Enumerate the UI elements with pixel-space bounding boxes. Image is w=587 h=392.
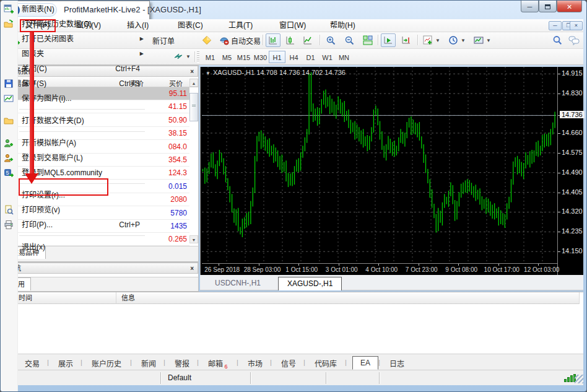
timeframe-M5-button[interactable]: M5	[219, 51, 235, 63]
file-menu-item-打开数据文件夹D[interactable]: 打开数据文件夹(D)	[1, 113, 149, 128]
metaeditor-button[interactable]	[199, 33, 214, 47]
chart-type-line-chart-type-button[interactable]	[300, 33, 315, 47]
menu-item-label: 保存(S)	[22, 76, 46, 91]
terminal-tab-展示[interactable]: 展示	[54, 357, 77, 370]
restore-button[interactable]	[539, 1, 557, 12]
chart-plot-area[interactable]	[202, 67, 556, 263]
file-menu-item-保存为图片i[interactable]: 保存为图片(i)...	[1, 91, 149, 106]
timeframe-M30-button[interactable]: M30	[252, 51, 269, 63]
time-label: 4 Oct 10:00	[365, 266, 398, 273]
toolbar-grip	[197, 51, 199, 63]
file-menu-item-开新模拟帐户A[interactable]: 开新模拟帐户(A)	[1, 136, 149, 150]
templates-button[interactable]: ▼	[471, 33, 494, 47]
chevron-down-icon[interactable]: ▼	[461, 38, 466, 43]
chart-price-axis[interactable]: 14.91514.83014.73614.66014.57514.49014.4…	[557, 67, 583, 275]
chevron-down-icon[interactable]: ▼	[186, 54, 191, 59]
chart-canvas	[202, 67, 556, 263]
periods-button[interactable]: ▼	[446, 33, 468, 47]
chart-tab-XAGUSDH1[interactable]: XAGUSD-,H1	[278, 277, 342, 290]
indicators-add-button[interactable]: ▼	[420, 33, 443, 47]
scroll-up-button[interactable]: ▲	[189, 79, 198, 87]
time-label: 9 Oct 08:00	[445, 266, 477, 273]
chevron-down-icon[interactable]: ▼	[435, 38, 440, 43]
timeframe-MN-button[interactable]: MN	[336, 51, 352, 63]
terminal-tab-邮箱[interactable]: 邮箱 6	[204, 357, 232, 371]
file-menu-item-打印预览v[interactable]: 打印预览(v)	[1, 203, 149, 217]
terminal-tab-EA[interactable]: EA	[352, 356, 378, 370]
terminal-tab-日志[interactable]: 日志	[386, 357, 408, 370]
status-separator	[250, 372, 251, 384]
file-menu-item-登录到交易账户L[interactable]: 登录到交易账户(L)	[1, 150, 149, 165]
terminal-tab-交易[interactable]: 交易	[21, 357, 43, 370]
file-menu-item-打印P[interactable]: 打印(P)...Ctrl+P	[1, 217, 149, 232]
terminal-tab-信号[interactable]: 信号	[277, 357, 300, 370]
market-watch-close-icon[interactable]: ×	[190, 69, 194, 75]
chart-collapse-icon[interactable]: ▼	[206, 71, 211, 76]
tile-windows-button[interactable]	[360, 33, 375, 47]
status-separator	[379, 372, 380, 384]
chart-tab-USDCNHH1[interactable]: USDCNH-,H1	[206, 277, 269, 290]
menubar-item-帮助[interactable]: 帮助(H)	[324, 19, 361, 32]
chart-time-axis[interactable]: 26 Sep 201828 Sep 03:001 Oct 15:003 Oct …	[202, 263, 557, 275]
autotrading-button[interactable]: 自动交易	[217, 33, 263, 47]
mdi-minimize-button[interactable]: ─	[549, 21, 562, 30]
bid-price: 1435	[170, 222, 187, 230]
chevron-down-icon[interactable]: ▼	[486, 38, 491, 43]
file-menu-item-图表夹[interactable]: 图表夹▶	[1, 46, 149, 61]
terminal-column-0[interactable]: 时间	[14, 292, 116, 304]
bid-price: 0.265	[168, 235, 187, 243]
zoom-out-button[interactable]	[342, 33, 357, 47]
navigator-header[interactable]: 导航 ×	[3, 263, 198, 274]
bid-price: 41.15	[168, 102, 187, 111]
zoom-in-button[interactable]	[323, 33, 338, 47]
minimize-button[interactable]: ─	[521, 1, 539, 12]
timeframe-H1-button[interactable]: H1	[269, 51, 285, 63]
file-menu-item-保存S[interactable]: 保存(S)Ctrl+S	[1, 76, 149, 91]
file-menu-item-关闭C[interactable]: 关闭(C)Ctrl+F4	[1, 61, 149, 76]
timeframe-H4-button[interactable]: H4	[285, 51, 302, 63]
price-label-current: 14.736	[560, 111, 585, 118]
column-header-2[interactable]: 买价	[169, 78, 183, 88]
file-menu-item-打开已关闭图表[interactable]: 打开已关闭图表▶	[1, 32, 149, 46]
terminal-tab-警报[interactable]: 警报	[171, 357, 193, 370]
mdi-close-button[interactable]: ×	[570, 21, 583, 30]
new-order-button[interactable]: 新订单	[150, 33, 198, 47]
time-label: 7 Oct 23:00	[406, 266, 438, 273]
annotation-box-login-item	[19, 178, 108, 196]
timeframe-W1-button[interactable]: W1	[319, 51, 336, 63]
file-menu-item-退出x[interactable]: 退出(x)	[1, 240, 149, 255]
toolbar-separator	[263, 35, 263, 45]
status-profile[interactable]: Default	[168, 373, 191, 382]
price-label: 14.320	[562, 207, 583, 215]
menubar-item-图表[interactable]: 图表(C)	[172, 19, 209, 32]
auto-scroll-button[interactable]	[381, 33, 396, 47]
chart-shift-button[interactable]	[399, 33, 414, 47]
resize-grip[interactable]	[575, 375, 583, 383]
file-menu-item-新图表N[interactable]: 新图表(N)	[1, 2, 149, 17]
mql5-icon: 5	[4, 168, 14, 178]
time-tick	[419, 264, 419, 266]
bid-price: 354.5	[168, 155, 187, 164]
menu-shortcut: Ctrl+S	[119, 76, 140, 91]
menubar-item-工具[interactable]: 工具(T)	[223, 19, 258, 32]
scroll-down-button[interactable]: ▼	[189, 235, 198, 243]
terminal-tab-新闻[interactable]: 新闻	[137, 357, 160, 370]
timeframe-D1-button[interactable]: D1	[302, 51, 319, 63]
chart-type-bar-chart-type-button[interactable]	[266, 33, 280, 47]
terminal-column-1[interactable]: 信息	[116, 292, 580, 304]
close-button[interactable]: ✕	[557, 1, 582, 12]
chart-type-candle-chart-type-button[interactable]	[283, 33, 298, 47]
scrollbar-thumb[interactable]	[189, 93, 198, 121]
terminal-tab-代码库[interactable]: 代码库	[311, 357, 341, 370]
timeframe-M15-button[interactable]: M15	[235, 51, 252, 63]
menubar-item-窗口[interactable]: 窗口(W)	[274, 19, 311, 32]
search-button[interactable]	[550, 33, 565, 47]
community-chat-button[interactable]	[566, 33, 582, 47]
bid-price: 95.11	[169, 89, 187, 98]
timeframe-M1-button[interactable]: M1	[202, 51, 219, 63]
time-tick	[219, 264, 219, 266]
symbol-shift-button[interactable]: ▼	[171, 50, 193, 63]
navigator-close-icon[interactable]: ×	[190, 266, 194, 272]
terminal-tab-账户历史[interactable]: 账户历史	[88, 357, 125, 370]
terminal-tab-市场[interactable]: 市场	[244, 357, 266, 370]
